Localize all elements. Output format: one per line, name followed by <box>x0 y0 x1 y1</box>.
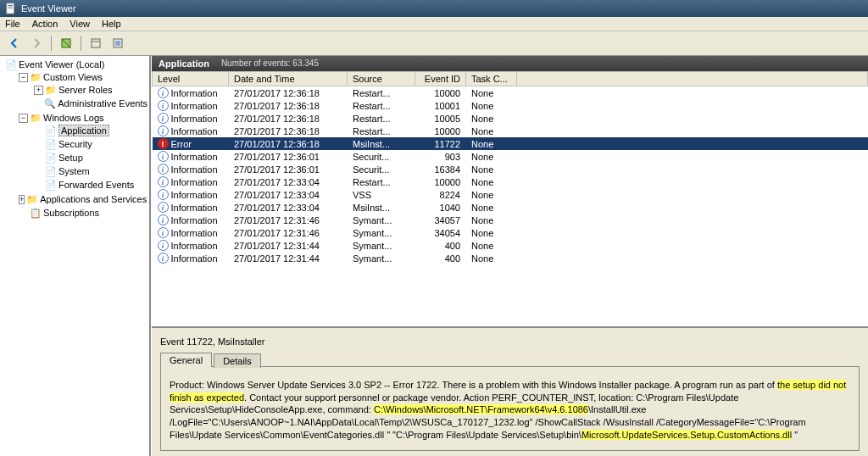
col-spacer <box>517 72 868 86</box>
date-cell: 27/01/2017 12:36:18 <box>229 99 348 112</box>
subscription-icon: 📋 <box>30 207 42 219</box>
level-text: Information <box>171 177 218 187</box>
tree-system[interactable]: 📄System <box>34 165 147 177</box>
level-text: Information <box>171 241 218 251</box>
svg-rect-5 <box>92 39 100 47</box>
expand-icon[interactable]: + <box>34 86 43 95</box>
level-text: Information <box>171 126 218 136</box>
forward-button[interactable] <box>27 34 46 53</box>
info-icon: i <box>158 100 169 111</box>
log-icon: 📄 <box>45 152 57 164</box>
source-cell: MsiInst... <box>348 137 415 150</box>
info-icon: i <box>158 202 169 213</box>
window-title: Event Viewer <box>21 3 76 14</box>
source-cell: Symant... <box>348 226 415 239</box>
source-cell: Symant... <box>348 214 415 226</box>
tree-apps-services[interactable]: +📁Applications and Services Logs <box>19 193 147 205</box>
date-cell: 27/01/2017 12:36:18 <box>229 112 348 125</box>
date-cell: 27/01/2017 12:36:18 <box>229 86 348 100</box>
properties-button[interactable] <box>86 34 105 53</box>
task-cell: None <box>466 252 517 264</box>
log-icon: 📄 <box>45 138 57 150</box>
table-row[interactable]: !Error27/01/2017 12:36:18MsiInst...11722… <box>153 137 868 150</box>
folder-icon: 📁 <box>26 193 38 205</box>
event-grid: Level Date and Time Source Event ID Task… <box>152 71 868 328</box>
task-cell: None <box>466 137 517 150</box>
tree-forwarded[interactable]: 📄Forwarded Events <box>34 179 147 191</box>
collapse-icon[interactable]: − <box>19 114 28 123</box>
table-row[interactable]: iInformation27/01/2017 12:31:46Symant...… <box>153 214 868 226</box>
back-button[interactable] <box>5 34 24 53</box>
tree-admin-events[interactable]: 🔍Administrative Events <box>34 97 147 109</box>
task-cell: None <box>466 239 517 252</box>
table-row[interactable]: iInformation27/01/2017 12:36:01Securit..… <box>153 163 868 175</box>
show-hide-button[interactable] <box>57 34 75 53</box>
source-cell: Restart... <box>348 125 415 137</box>
menu-file[interactable]: File <box>5 19 20 29</box>
info-icon: i <box>158 164 169 175</box>
menu-view[interactable]: View <box>70 19 90 29</box>
level-text: Information <box>171 164 218 175</box>
info-icon: i <box>158 189 169 200</box>
tree-subscriptions[interactable]: 📋Subscriptions <box>19 207 147 219</box>
table-row[interactable]: iInformation27/01/2017 12:36:18Restart..… <box>153 125 868 137</box>
tree-application[interactable]: 📄Application <box>34 125 147 136</box>
info-icon: i <box>158 214 169 225</box>
toolbar-separator <box>51 36 52 51</box>
table-row[interactable]: iInformation27/01/2017 12:33:04VSS8224No… <box>153 188 868 201</box>
col-task[interactable]: Task C... <box>466 72 517 86</box>
tree-pane: 📄Event Viewer (Local) −📁Custom Views +📁S… <box>0 56 151 456</box>
tree-root[interactable]: 📄Event Viewer (Local) <box>5 58 147 70</box>
source-cell: Restart... <box>348 112 415 125</box>
source-cell: Restart... <box>348 175 415 188</box>
tab-general[interactable]: General <box>160 353 212 367</box>
table-row[interactable]: iInformation27/01/2017 12:31:44Symant...… <box>153 239 868 252</box>
tree-security[interactable]: 📄Security <box>34 138 147 150</box>
level-text: Information <box>171 190 218 200</box>
tree-setup[interactable]: 📄Setup <box>34 152 147 164</box>
collapse-icon[interactable]: − <box>19 73 28 82</box>
toolbar-separator <box>81 36 81 51</box>
tab-details[interactable]: Details <box>214 353 261 368</box>
level-text: Information <box>171 114 218 124</box>
menu-action[interactable]: Action <box>32 19 58 29</box>
task-cell: None <box>466 175 517 188</box>
table-row[interactable]: iInformation27/01/2017 12:36:01Securit..… <box>153 150 868 163</box>
level-text: Information <box>171 253 218 264</box>
expand-icon[interactable]: + <box>19 195 25 204</box>
task-cell: None <box>466 201 517 214</box>
detail-header: Event 11722, MsiInstaller <box>160 333 860 352</box>
tree-windows-logs[interactable]: −📁Windows Logs <box>19 112 147 124</box>
col-source[interactable]: Source <box>348 72 415 86</box>
date-cell: 27/01/2017 12:33:04 <box>229 188 348 201</box>
table-row[interactable]: iInformation27/01/2017 12:36:18Restart..… <box>153 112 868 125</box>
tree-custom-views[interactable]: −📁Custom Views <box>19 71 147 83</box>
level-text: Information <box>171 88 218 98</box>
tree-server-roles[interactable]: +📁Server Roles <box>34 84 147 96</box>
highlight: Microsoft.UpdateServices.Setup.CustomAct… <box>581 430 792 440</box>
help-button[interactable] <box>108 34 127 53</box>
col-date[interactable]: Date and Time <box>229 72 348 86</box>
level-text: Information <box>171 203 218 213</box>
col-event-id[interactable]: Event ID <box>415 72 466 86</box>
task-cell: None <box>466 99 517 112</box>
table-row[interactable]: iInformation27/01/2017 12:33:04Restart..… <box>153 175 868 188</box>
date-cell: 27/01/2017 12:36:01 <box>229 150 348 163</box>
table-row[interactable]: iInformation27/01/2017 12:31:46Symant...… <box>153 226 868 239</box>
folder-icon: 📁 <box>30 71 42 83</box>
info-icon: i <box>158 151 169 162</box>
detail-pane: Event 11722, MsiInstaller General Detail… <box>152 328 868 456</box>
date-cell: 27/01/2017 12:36:01 <box>229 163 348 175</box>
col-level[interactable]: Level <box>153 72 229 86</box>
source-cell: Symant... <box>348 239 415 252</box>
table-row[interactable]: iInformation27/01/2017 12:36:18Restart..… <box>153 86 868 100</box>
table-row[interactable]: iInformation27/01/2017 12:31:44Symant...… <box>153 252 868 264</box>
detail-message: Product: Windows Server Update Services … <box>160 366 860 451</box>
menu-help[interactable]: Help <box>102 19 121 29</box>
highlight: C:\Windows\Microsoft.NET\Framework64\v4.… <box>374 404 588 414</box>
info-icon: i <box>158 227 169 238</box>
table-row[interactable]: iInformation27/01/2017 12:36:18Restart..… <box>153 99 868 112</box>
eventid-cell: 400 <box>415 239 466 252</box>
task-cell: None <box>466 125 517 137</box>
table-row[interactable]: iInformation27/01/2017 12:33:04MsiInst..… <box>153 201 868 214</box>
